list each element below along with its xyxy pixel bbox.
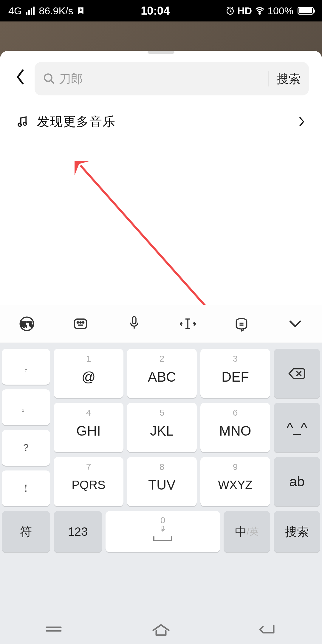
- key-search[interactable]: 搜索: [274, 511, 320, 552]
- discover-label: 发现更多音乐: [37, 113, 298, 130]
- system-nav-bar: [0, 614, 322, 644]
- clock: 10:04: [85, 4, 225, 17]
- music-note-icon: [16, 115, 29, 128]
- svg-point-2: [44, 74, 52, 81]
- hd-label: HD: [237, 5, 252, 17]
- svg-point-10: [80, 322, 81, 323]
- alarm-icon: [225, 6, 235, 16]
- search-button[interactable]: 搜索: [277, 71, 301, 87]
- mic-icon[interactable]: [125, 314, 144, 333]
- nav-home-button[interactable]: [149, 622, 173, 636]
- key-numbers[interactable]: 123: [54, 511, 102, 552]
- key-9[interactable]: 9WXYZ: [200, 457, 270, 506]
- key-question[interactable]: ？: [2, 430, 50, 466]
- keyboard-toolbar: 讯飞: [0, 305, 322, 343]
- discover-more-music[interactable]: 发现更多音乐: [0, 95, 322, 130]
- backspace-icon: [288, 367, 306, 380]
- divider: [268, 71, 269, 86]
- key-period[interactable]: 。: [2, 389, 50, 425]
- key-space[interactable]: 0: [106, 511, 220, 552]
- svg-point-3: [18, 123, 21, 126]
- keyboard: ， 。 ？ ！ 1@ 2ABC 3DEF 4GHI 5JKL 6MNO 7PQR…: [0, 343, 322, 644]
- svg-rect-13: [162, 526, 164, 530]
- key-4[interactable]: 4GHI: [54, 403, 123, 452]
- chevron-right-icon: [298, 116, 306, 128]
- svg-rect-8: [75, 319, 87, 329]
- nav-recent-button[interactable]: [42, 622, 66, 636]
- download-icon: [76, 6, 85, 15]
- svg-text:讯飞: 讯飞: [21, 321, 33, 328]
- status-left: 4G 86.9K/s: [8, 5, 85, 17]
- back-button[interactable]: [13, 66, 27, 92]
- key-1[interactable]: 1@: [54, 349, 123, 398]
- ime-logo-icon[interactable]: 讯飞: [17, 314, 36, 333]
- network-speed: 86.9K/s: [39, 5, 73, 17]
- svg-point-1: [259, 13, 261, 14]
- drag-handle[interactable]: [148, 51, 174, 54]
- battery-pct: 100%: [267, 5, 293, 17]
- collapse-keyboard-icon[interactable]: [286, 314, 305, 333]
- network-type: 4G: [8, 5, 22, 17]
- nav-back-button[interactable]: [256, 622, 280, 636]
- mic-small-icon: [159, 525, 166, 534]
- key-5[interactable]: 5JKL: [127, 403, 197, 452]
- keyboard-bottom-row: 符 123 0 中/英 搜索: [0, 509, 322, 558]
- key-2[interactable]: 2ABC: [127, 349, 197, 398]
- keyboard-settings-icon[interactable]: [71, 314, 90, 333]
- key-8[interactable]: 8TUV: [127, 457, 197, 506]
- key-symbols[interactable]: 符: [2, 511, 50, 552]
- signal-icon: [26, 7, 35, 15]
- key-6[interactable]: 6MNO: [200, 403, 270, 452]
- key-comma[interactable]: ，: [2, 349, 50, 385]
- key-3[interactable]: 3DEF: [200, 349, 270, 398]
- svg-rect-12: [132, 317, 136, 324]
- key-emoji[interactable]: ^_^: [274, 403, 320, 452]
- status-right: HD 100%: [225, 5, 314, 17]
- status-bar: 4G 86.9K/s 10:04 HD 100%: [0, 0, 322, 21]
- key-language[interactable]: 中/英: [224, 511, 270, 552]
- wifi-icon: [254, 5, 265, 16]
- key-exclaim[interactable]: ！: [2, 470, 50, 506]
- space-bar-icon: [151, 534, 175, 543]
- search-placeholder: 刀郎: [59, 71, 261, 87]
- cursor-move-icon[interactable]: [178, 314, 197, 333]
- search-input[interactable]: 刀郎 搜索: [35, 62, 309, 95]
- battery-icon: [298, 7, 314, 15]
- key-7[interactable]: 7PQRS: [54, 457, 123, 506]
- search-row: 刀郎 搜索: [0, 62, 322, 95]
- svg-point-4: [24, 122, 27, 126]
- clipboard-icon[interactable]: [232, 314, 251, 333]
- key-ab[interactable]: ab: [274, 457, 320, 506]
- search-icon: [43, 72, 55, 85]
- key-backspace[interactable]: [274, 349, 320, 398]
- svg-point-9: [77, 322, 79, 323]
- svg-point-11: [83, 322, 84, 323]
